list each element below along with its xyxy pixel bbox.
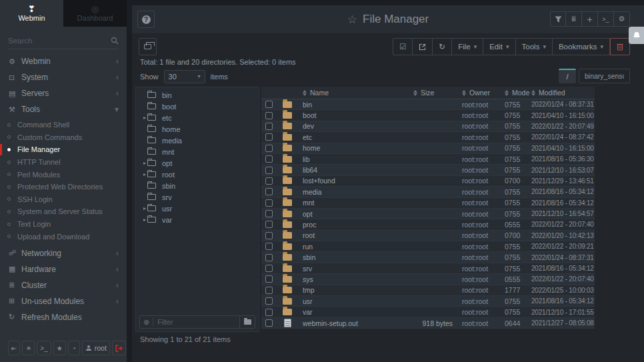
row-checkbox[interactable] bbox=[265, 188, 273, 195]
file-name[interactable]: dev bbox=[303, 122, 314, 130]
table-row[interactable]: mnt root:root 0755 2021/08/16 - 05:34:12 bbox=[261, 198, 595, 209]
table-row[interactable]: lib64 root:root 0755 2021/12/10 - 16:53:… bbox=[261, 165, 595, 175]
sidebar-item-file-manager[interactable]: File Manager bbox=[0, 143, 127, 156]
row-checkbox[interactable] bbox=[265, 319, 273, 327]
tree-item-mnt[interactable]: mnt bbox=[136, 146, 259, 157]
row-checkbox[interactable] bbox=[265, 297, 273, 305]
sidebar-item-system-and-server-status[interactable]: System and Server Status bbox=[0, 205, 127, 218]
expand-arrow-icon[interactable]: ▸ bbox=[136, 217, 145, 223]
sidebar-item-command-shell[interactable]: Command Shell bbox=[0, 119, 127, 131]
sidebar-search-input[interactable] bbox=[8, 37, 111, 45]
tree-item-home[interactable]: home bbox=[136, 123, 259, 135]
table-row[interactable]: home root:root 0755 2021/04/10 - 16:15:0… bbox=[261, 143, 595, 154]
file-name[interactable]: run bbox=[303, 243, 313, 251]
row-checkbox[interactable] bbox=[265, 210, 273, 217]
row-checkbox[interactable] bbox=[265, 221, 273, 228]
row-checkbox[interactable] bbox=[265, 133, 273, 141]
sidebar-item-networking[interactable]: ☍ Networking ‹ bbox=[0, 245, 127, 261]
file-name[interactable]: mnt bbox=[303, 199, 315, 207]
column-header-name[interactable]: Name bbox=[299, 89, 405, 97]
settings-button[interactable]: ⚙ bbox=[614, 11, 630, 27]
user-button[interactable]: root bbox=[82, 341, 110, 355]
sidebar-item-text-login[interactable]: Text Login bbox=[0, 218, 127, 231]
sidebar-item-custom-commands[interactable]: Custom Commands bbox=[0, 131, 127, 144]
file-name[interactable]: webmin-setup.out bbox=[303, 319, 358, 327]
table-row[interactable]: srv root:root 0755 2021/08/16 - 05:34:12 bbox=[261, 263, 595, 274]
table-row[interactable]: etc root:root 0755 2022/01/24 - 08:37:42 bbox=[261, 132, 595, 143]
tools-menu-button[interactable]: Tools▾ bbox=[516, 38, 553, 55]
root-path-button[interactable]: / bbox=[559, 69, 576, 83]
table-row[interactable]: webmin-setup.out 918 bytes root:root 064… bbox=[261, 318, 595, 329]
column-header-mode[interactable]: Mode bbox=[505, 89, 531, 97]
logout-button[interactable] bbox=[112, 341, 126, 355]
favorite-star-icon[interactable]: ☆ bbox=[347, 13, 357, 27]
table-row[interactable]: run root:root 0755 2022/01/22 - 20:09:21 bbox=[261, 241, 595, 252]
file-name[interactable]: bin bbox=[303, 101, 312, 109]
row-checkbox[interactable] bbox=[265, 265, 273, 272]
path-search-input[interactable] bbox=[579, 69, 630, 83]
tree-folder-toggle[interactable] bbox=[239, 316, 251, 328]
sidebar-item-un-used-modules[interactable]: ⊞ Un-used Modules ‹ bbox=[0, 293, 127, 309]
grid-view-button[interactable] bbox=[139, 38, 157, 55]
table-row[interactable]: boot root:root 0755 2021/04/10 - 16:15:0… bbox=[261, 110, 595, 121]
table-row[interactable]: opt root:root 0755 2021/12/10 - 16:54:57 bbox=[261, 209, 595, 219]
file-name[interactable]: lib64 bbox=[303, 166, 317, 174]
sidebar-item-system[interactable]: ⊡ System ‹ bbox=[0, 69, 127, 85]
row-checkbox[interactable] bbox=[265, 177, 273, 185]
table-row[interactable]: tmp root:root 1777 2022/01/25 - 10:00:03 bbox=[261, 285, 595, 296]
file-name[interactable]: home bbox=[303, 144, 320, 152]
file-name[interactable]: usr bbox=[303, 297, 313, 305]
add-button[interactable]: + bbox=[582, 11, 598, 27]
file-name[interactable]: tmp bbox=[303, 286, 315, 294]
edit-menu-button[interactable]: Edit▾ bbox=[483, 38, 515, 55]
sidebar-item-webmin[interactable]: ⚙ Webmin ‹ bbox=[0, 53, 127, 69]
notifications-tab[interactable] bbox=[629, 27, 644, 44]
table-row[interactable]: root root:root 0700 2022/01/20 - 10:42:1… bbox=[261, 231, 595, 241]
file-name[interactable]: opt bbox=[303, 210, 313, 218]
table-row[interactable]: sbin root:root 0755 2022/01/24 - 08:37:3… bbox=[261, 252, 595, 263]
sidebar-item-hardware[interactable]: ▦ Hardware ‹ bbox=[0, 261, 127, 277]
trash-button[interactable] bbox=[610, 38, 630, 55]
table-row[interactable]: sys root:root 0555 2022/01/22 - 20:07:40 bbox=[261, 274, 595, 285]
file-name[interactable]: lib bbox=[303, 155, 310, 163]
expand-arrow-icon[interactable]: ▸ bbox=[136, 171, 145, 177]
table-row[interactable]: lost+found root:root 0700 2021/12/29 - 1… bbox=[261, 176, 595, 187]
expand-arrow-icon[interactable]: ▸ bbox=[136, 115, 145, 121]
table-row[interactable]: var root:root 0755 2021/12/10 - 17:01:55 bbox=[261, 307, 595, 317]
tree-item-boot[interactable]: boot bbox=[136, 101, 259, 112]
language-button[interactable]: ◔ bbox=[68, 341, 80, 355]
tree-item-srv[interactable]: srv bbox=[136, 191, 259, 203]
tree-item-media[interactable]: media bbox=[136, 135, 259, 146]
file-name[interactable]: root bbox=[303, 231, 315, 239]
table-row[interactable]: proc root:root 0555 2022/01/22 - 20:07:4… bbox=[261, 219, 595, 230]
open-location-button[interactable] bbox=[413, 38, 433, 55]
column-header-modified[interactable]: Modified bbox=[531, 89, 595, 97]
file-name[interactable]: sbin bbox=[303, 253, 315, 261]
sidebar-item-http-tunnel[interactable]: HTTP Tunnel bbox=[0, 156, 127, 169]
terminal-button[interactable]: >_ bbox=[598, 11, 614, 27]
column-header-owner[interactable]: Owner bbox=[462, 89, 505, 97]
expand-arrow-icon[interactable]: ▸ bbox=[136, 160, 145, 166]
sidebar-item-perl-modules[interactable]: Perl Modules bbox=[0, 168, 127, 181]
file-name[interactable]: proc bbox=[303, 221, 316, 229]
row-checkbox[interactable] bbox=[265, 155, 273, 163]
row-checkbox[interactable] bbox=[265, 145, 273, 152]
help-button[interactable]: ? bbox=[137, 11, 155, 28]
column-header-size[interactable]: Size bbox=[405, 89, 462, 97]
tree-filter-input[interactable] bbox=[153, 318, 236, 326]
table-row[interactable]: media root:root 0755 2021/08/16 - 05:34:… bbox=[261, 187, 595, 197]
bookmarks-menu-button[interactable]: Bookmarks▾ bbox=[553, 38, 610, 55]
table-row[interactable]: usr root:root 0755 2021/08/16 - 05:34:12 bbox=[261, 296, 595, 307]
filter-button[interactable] bbox=[550, 11, 566, 27]
shell-button[interactable]: >_ bbox=[37, 341, 51, 355]
row-checkbox[interactable] bbox=[265, 112, 273, 119]
row-checkbox[interactable] bbox=[265, 123, 273, 130]
table-row[interactable]: bin root:root 0755 2022/01/24 - 08:37:31 bbox=[261, 99, 595, 110]
row-checkbox[interactable] bbox=[265, 243, 273, 250]
sidebar-item-servers[interactable]: ▤ Servers ‹ bbox=[0, 85, 127, 101]
table-row[interactable]: lib root:root 0755 2021/08/16 - 05:36:30 bbox=[261, 154, 595, 165]
tree-item-sbin[interactable]: sbin bbox=[136, 180, 259, 191]
tab-webmin[interactable]: ❣ Webmin bbox=[0, 0, 63, 27]
row-checkbox[interactable] bbox=[265, 199, 273, 207]
file-name[interactable]: boot bbox=[303, 111, 316, 119]
